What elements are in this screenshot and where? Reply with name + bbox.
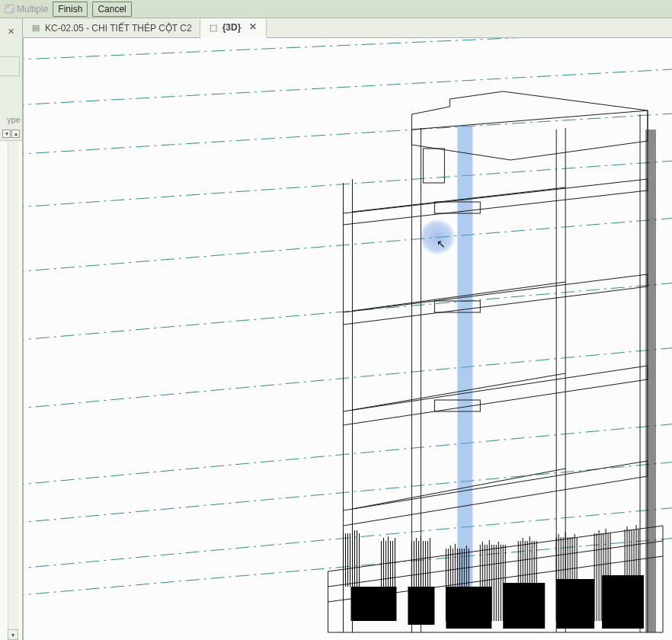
document-tab-sheet[interactable]: ▤ KC-02.05 - CHI TIẾT THÉP CỘT C2	[23, 18, 200, 37]
svg-line-0	[24, 38, 672, 61]
svg-rect-25	[423, 149, 444, 183]
svg-rect-114	[446, 587, 491, 629]
properties-palette-edge: ✕ ype ▾ ▴ ▾	[0, 18, 23, 640]
document-tab-label: {3D}	[222, 22, 242, 33]
svg-line-8	[24, 461, 672, 526]
level-grid-lines	[24, 38, 672, 598]
cube-3d-icon: ⬚	[208, 22, 219, 33]
multiple-label: Multiple	[17, 4, 48, 14]
view-type-icon[interactable]	[0, 56, 20, 76]
svg-line-6	[24, 347, 672, 411]
close-icon[interactable]: ✕	[5, 26, 17, 38]
svg-line-4	[24, 217, 672, 274]
svg-rect-116	[556, 579, 594, 629]
document-tab-strip: ▤ KC-02.05 - CHI TIẾT THÉP CỘT C2 ⬚ {3D}…	[23, 18, 672, 38]
svg-line-2	[24, 113, 672, 156]
building-wireframe	[328, 91, 663, 632]
cancel-button[interactable]: Cancel	[92, 2, 131, 17]
finish-button[interactable]: Finish	[53, 2, 88, 17]
sheet-icon: ▤	[30, 23, 41, 34]
document-tab-3d[interactable]: ⬚ {3D} ✕	[200, 18, 267, 38]
main-area: ✕ ype ▾ ▴ ▾ ▤ KC-02.05 - CHI TIẾT THÉP C…	[0, 18, 672, 640]
properties-body-edge: ▾	[0, 140, 23, 640]
svg-rect-112	[350, 587, 396, 621]
scroll-down-icon[interactable]: ▾	[8, 629, 18, 640]
options-bar: Multiple Finish Cancel	[0, 0, 672, 18]
document-tab-label: KC-02.05 - CHI TIẾT THÉP CỘT C2	[45, 23, 192, 34]
svg-rect-113	[408, 587, 434, 625]
chevron-up-icon[interactable]: ▴	[11, 130, 20, 138]
scroll-arrows: ▾ ▴	[2, 130, 21, 138]
edit-type-label-fragment: ype	[7, 115, 21, 124]
svg-rect-117	[602, 575, 644, 629]
model-canvas	[24, 38, 672, 640]
svg-line-7	[24, 423, 672, 488]
foundation-rebar	[344, 525, 645, 629]
svg-line-3	[24, 160, 672, 210]
svg-line-5	[24, 282, 672, 343]
close-tab-icon[interactable]: ✕	[248, 22, 258, 33]
multiple-checkbox-wrap: Multiple	[5, 4, 48, 14]
chevron-down-icon[interactable]: ▾	[2, 130, 11, 138]
viewport-3d[interactable]: ↖	[23, 38, 672, 640]
svg-rect-115	[503, 583, 545, 629]
properties-scrollbar-track[interactable]	[8, 141, 18, 629]
multiple-checkbox[interactable]	[5, 4, 14, 14]
